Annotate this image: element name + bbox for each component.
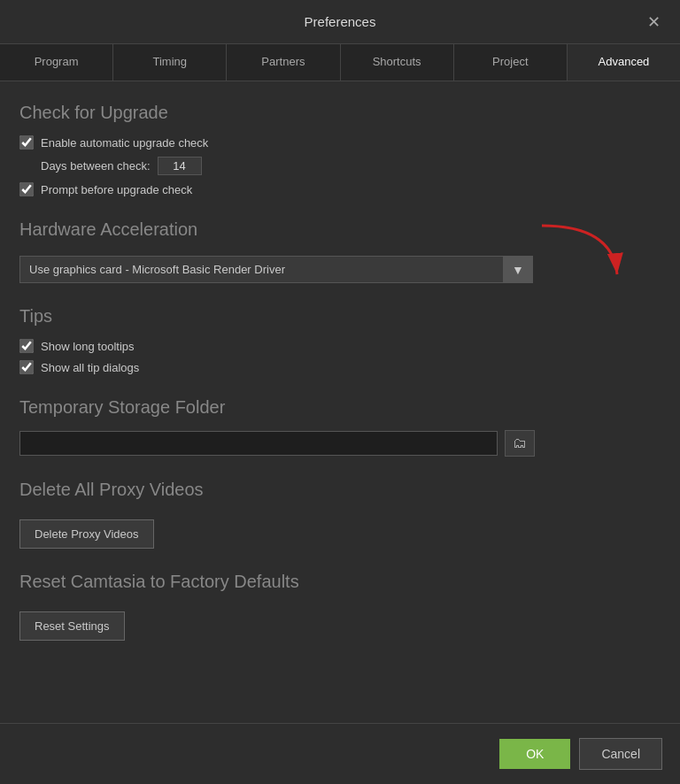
show-all-tip-dialogs-row: Show all tip dialogs [19,360,661,374]
dropdown-annotation-wrapper: Use graphics card - Microsoft Basic Rend… [19,252,533,283]
temp-storage-folder-row: 🗂 [19,430,661,457]
temp-storage-title: Temporary Storage Folder [19,397,661,418]
dialog-title: Preferences [305,14,376,29]
hardware-acceleration-title: Hardware Acceleration [19,219,661,240]
show-long-tooltips-row: Show long tooltips [19,339,661,353]
ok-button[interactable]: OK [499,739,570,769]
show-long-tooltips-label: Show long tooltips [41,340,135,353]
enable-auto-upgrade-checkbox[interactable] [19,135,34,150]
preferences-dialog: Preferences ✕ Program Timing Partners Sh… [0,0,680,784]
tab-partners[interactable]: Partners [227,44,340,81]
delete-proxy-title: Delete All Proxy Videos [19,480,661,500]
close-button[interactable]: ✕ [642,12,666,32]
check-for-upgrade-title: Check for Upgrade [19,103,661,123]
reset-title: Reset Camtasia to Factory Defaults [19,572,661,592]
show-all-tip-dialogs-label: Show all tip dialogs [41,361,139,374]
tips-title: Tips [19,306,661,327]
hardware-acceleration-dropdown-wrapper: Use graphics card - Microsoft Basic Rend… [19,256,533,283]
check-for-upgrade-section: Check for Upgrade Enable automatic upgra… [19,103,661,196]
browse-folder-button[interactable]: 🗂 [505,430,535,457]
title-bar: Preferences ✕ [0,0,680,44]
tab-timing[interactable]: Timing [113,44,227,81]
tab-project[interactable]: Project [454,44,568,81]
delete-proxy-section: Delete All Proxy Videos Delete Proxy Vid… [19,480,661,549]
reset-section: Reset Camtasia to Factory Defaults Reset… [19,572,661,641]
enable-auto-upgrade-label: Enable automatic upgrade check [41,136,208,150]
enable-auto-upgrade-row: Enable automatic upgrade check [19,135,661,150]
reset-settings-button[interactable]: Reset Settings [19,611,125,641]
days-between-check-input[interactable] [158,157,202,175]
prompt-before-upgrade-row: Prompt before upgrade check [19,182,661,196]
temp-storage-input[interactable] [19,431,498,456]
temp-storage-section: Temporary Storage Folder 🗂 [19,397,661,457]
tab-shortcuts[interactable]: Shortcuts [341,44,454,81]
days-between-check-row: Days between check: [41,157,661,175]
prompt-before-upgrade-label: Prompt before upgrade check [41,183,192,196]
hardware-acceleration-section: Hardware Acceleration Use graphics card … [19,219,661,283]
days-between-check-label: Days between check: [41,159,151,173]
delete-proxy-videos-button[interactable]: Delete Proxy Videos [19,519,154,549]
tab-bar: Program Timing Partners Shortcuts Projec… [0,44,680,81]
show-long-tooltips-checkbox[interactable] [19,339,34,353]
hardware-acceleration-dropdown[interactable]: Use graphics card - Microsoft Basic Rend… [19,256,533,283]
content-area: Check for Upgrade Enable automatic upgra… [0,81,680,723]
prompt-before-upgrade-checkbox[interactable] [19,182,34,196]
show-all-tip-dialogs-checkbox[interactable] [19,360,34,374]
footer: OK Cancel [0,723,680,784]
tab-advanced[interactable]: Advanced [568,44,680,81]
cancel-button[interactable]: Cancel [579,738,662,770]
tips-section: Tips Show long tooltips Show all tip dia… [19,306,661,374]
tab-program[interactable]: Program [0,44,113,81]
